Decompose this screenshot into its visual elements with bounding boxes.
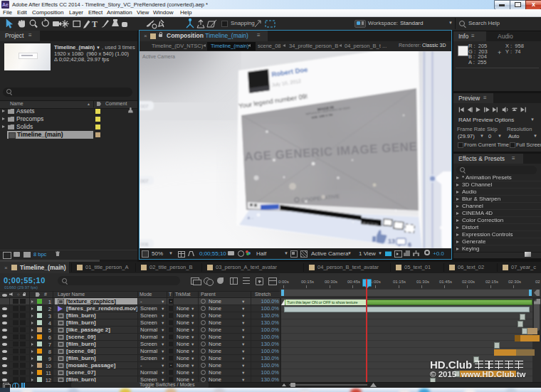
svg-text:T: T [92,19,98,29]
svg-text:007: 007 [140,104,149,109]
svg-text:006: 006 [140,242,149,247]
svg-text:007: 007 [140,179,149,184]
svg-text:6: 6 [408,241,411,248]
svg-text:13: 13 [388,238,395,245]
svg-text:Active Camera: Active Camera [142,54,175,59]
svg-text:▲..: ▲.. [246,214,254,220]
